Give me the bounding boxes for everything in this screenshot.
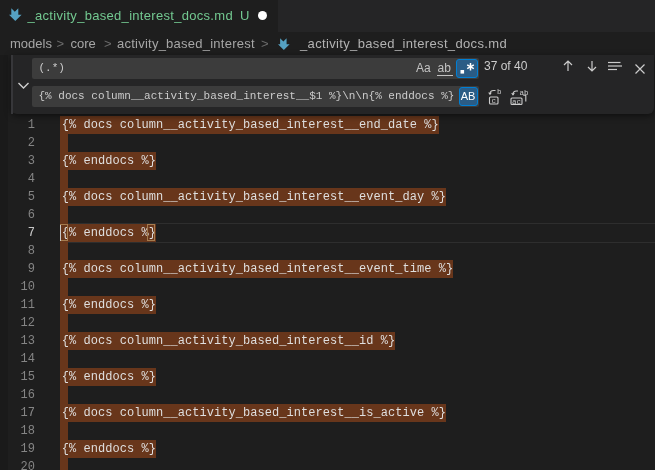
svg-text:ab: ab xyxy=(520,88,529,96)
svg-text:ac: ac xyxy=(512,97,521,105)
svg-text:c: c xyxy=(492,96,497,104)
svg-text:b: b xyxy=(497,88,502,96)
